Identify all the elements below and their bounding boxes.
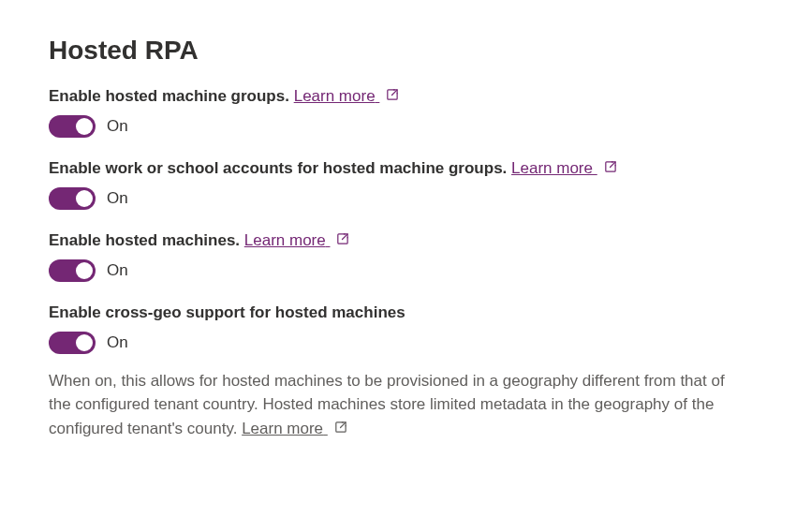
learn-more-text: Learn more xyxy=(244,231,326,249)
toggle-work-school-accounts[interactable] xyxy=(49,187,96,210)
setting-label: Enable hosted machines. xyxy=(49,231,240,249)
setting-hosted-machine-groups: Enable hosted machine groups. Learn more… xyxy=(49,86,747,138)
setting-label-row: Enable hosted machines. Learn more xyxy=(49,230,747,252)
description-text: When on, this allows for hosted machines… xyxy=(49,372,725,437)
toggle-cross-geo[interactable] xyxy=(49,332,96,354)
toggle-row: On xyxy=(49,115,747,138)
setting-label-row: Enable work or school accounts for hoste… xyxy=(49,158,747,180)
setting-label: Enable work or school accounts for hoste… xyxy=(49,159,507,177)
learn-more-text: Learn more xyxy=(242,420,323,437)
toggle-knob xyxy=(76,118,93,135)
toggle-hosted-machine-groups[interactable] xyxy=(49,115,96,138)
learn-more-link[interactable]: Learn more xyxy=(511,159,597,177)
learn-more-link[interactable]: Learn more xyxy=(242,420,328,437)
setting-cross-geo: Enable cross-geo support for hosted mach… xyxy=(49,303,747,440)
learn-more-text: Learn more xyxy=(511,159,593,177)
learn-more-text: Learn more xyxy=(294,87,376,105)
setting-description: When on, this allows for hosted machines… xyxy=(49,369,747,441)
setting-label-row: Enable cross-geo support for hosted mach… xyxy=(49,303,747,324)
external-link-icon xyxy=(335,232,349,246)
learn-more-link[interactable]: Learn more xyxy=(244,231,331,249)
toggle-state-label: On xyxy=(107,117,128,136)
toggle-hosted-machines[interactable] xyxy=(49,259,96,282)
toggle-knob xyxy=(76,334,93,351)
setting-work-school-accounts: Enable work or school accounts for hoste… xyxy=(49,158,747,210)
setting-hosted-machines: Enable hosted machines. Learn more On xyxy=(49,230,747,282)
toggle-row: On xyxy=(49,332,747,354)
toggle-state-label: On xyxy=(107,261,128,280)
setting-label: Enable cross-geo support for hosted mach… xyxy=(49,303,405,321)
setting-label-row: Enable hosted machine groups. Learn more xyxy=(49,86,747,108)
toggle-row: On xyxy=(49,259,747,282)
setting-label: Enable hosted machine groups. xyxy=(49,87,289,105)
toggle-state-label: On xyxy=(107,189,128,208)
external-link-icon xyxy=(385,88,399,102)
toggle-knob xyxy=(76,262,93,279)
toggle-state-label: On xyxy=(107,333,128,352)
external-link-icon xyxy=(333,421,347,435)
toggle-row: On xyxy=(49,187,747,210)
learn-more-link[interactable]: Learn more xyxy=(294,87,380,105)
section-title: Hosted RPA xyxy=(49,36,747,66)
toggle-knob xyxy=(76,190,93,207)
external-link-icon xyxy=(603,160,617,174)
